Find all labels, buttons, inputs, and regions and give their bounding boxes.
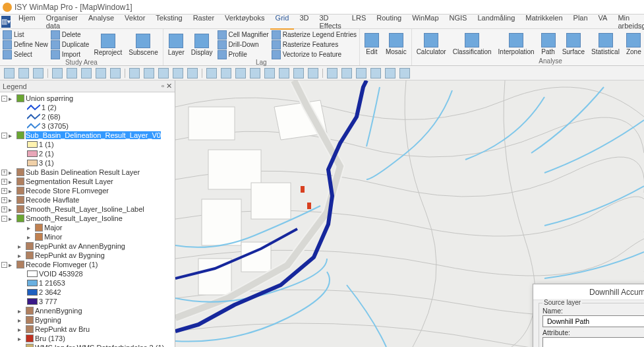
menu-landmåling[interactable]: Landmåling — [472, 14, 520, 30]
legend-item[interactable]: ▸Bygning — [1, 315, 173, 325]
expand-toggle[interactable]: - — [1, 216, 7, 222]
surface-btn[interactable]: Surface — [560, 30, 587, 57]
classification-btn[interactable]: Classification — [451, 30, 494, 57]
tb-icon[interactable] — [206, 68, 217, 79]
tb-icon[interactable] — [158, 68, 169, 79]
vectorize-btn[interactable]: Vectorize to Feature — [272, 50, 357, 59]
interpolation-btn[interactable]: Interpolation — [496, 30, 537, 57]
mosaic-btn[interactable]: Mosaic — [384, 30, 409, 57]
zone-btn[interactable]: Zone — [624, 30, 643, 57]
expand-toggle[interactable]: - — [1, 133, 7, 139]
rasterize-features-btn[interactable]: Rasterize Features — [272, 40, 357, 49]
legend-item[interactable]: 2 (68) — [1, 112, 173, 121]
legend-item[interactable]: 3 (3705) — [1, 121, 173, 131]
menu-organiser-data[interactable]: Organiser data — [41, 14, 83, 30]
map-view[interactable]: Downhill Accumulation ✕ Source layer Nam… — [175, 80, 644, 347]
tb-icon[interactable] — [356, 68, 366, 79]
tb-icon[interactable] — [341, 68, 352, 79]
legend-item[interactable]: ▸Bru (173) — [1, 334, 173, 343]
tb-icon[interactable] — [173, 68, 183, 79]
legend-item[interactable]: -▸Smooth_Result_Layer_Isoline — [1, 214, 173, 223]
menu-lrs[interactable]: LRS — [347, 14, 371, 30]
tb-icon[interactable] — [4, 68, 15, 79]
legend-item[interactable]: 1 (1) — [1, 140, 173, 149]
expand-toggle[interactable]: + — [1, 197, 7, 203]
cell-magnifier-btn[interactable]: Cell Magnifier — [218, 30, 269, 39]
tb-icon[interactable] — [235, 68, 246, 79]
legend-tree[interactable]: -▸Union spørring1 (2)2 (68)3 (3705)-▸Sub… — [0, 92, 175, 347]
path-btn[interactable]: Path — [539, 30, 558, 57]
calculator-btn[interactable]: Calculator — [415, 30, 448, 57]
statistical-btn[interactable]: Statistical — [589, 30, 622, 57]
legend-item[interactable]: 2 3642 — [1, 288, 173, 297]
define-new-btn[interactable]: Define New — [3, 40, 48, 49]
source-attribute-select[interactable] — [542, 337, 644, 347]
menu-routing[interactable]: Routing — [371, 14, 407, 30]
delete-btn[interactable]: Delete — [51, 30, 90, 39]
legend-item[interactable]: 2 (1) — [1, 149, 173, 158]
subscene-btn[interactable]: Subscene — [127, 30, 160, 59]
tb-icon[interactable] — [250, 68, 260, 79]
import-btn[interactable]: Import — [51, 50, 90, 59]
legend-item[interactable]: 1 21653 — [1, 278, 173, 288]
reproject-btn[interactable]: Reproject — [92, 30, 124, 59]
expand-toggle[interactable]: + — [1, 179, 7, 185]
menu-ngis[interactable]: NGIS — [444, 14, 473, 30]
tb-icon[interactable] — [33, 68, 44, 79]
menu-vektor[interactable]: Vektor — [119, 14, 150, 30]
tb-icon[interactable] — [279, 68, 289, 79]
tb-icon[interactable] — [81, 68, 92, 79]
menu-3d[interactable]: 3D — [294, 14, 314, 30]
legend-item[interactable]: +▸Sub Basin Delineation Result Layer — [1, 168, 173, 177]
display-btn[interactable]: Display — [189, 30, 215, 59]
legend-item[interactable]: ▸AnnenBygning — [1, 306, 173, 315]
menu-raster[interactable]: Raster — [188, 14, 220, 30]
tb-icon[interactable] — [399, 68, 410, 79]
legend-item[interactable]: +▸Recode Havflate — [1, 195, 173, 205]
legend-item[interactable]: 3 777 — [1, 297, 173, 306]
rasterize-legend-btn[interactable]: Rasterize Legend Entries — [272, 30, 357, 39]
tb-icon[interactable] — [110, 68, 121, 79]
menu-matrikkelen[interactable]: Matrikkelen — [520, 14, 568, 30]
legend-item[interactable]: ▸Minor — [1, 232, 173, 241]
legend-close-icon[interactable]: ✕ — [166, 82, 172, 90]
select-btn[interactable]: Select — [3, 50, 48, 59]
legend-item[interactable]: +▸Smooth_Result_Layer_Isoline_Label — [1, 205, 173, 214]
tb-icon[interactable] — [67, 68, 77, 79]
menu-teksting[interactable]: Teksting — [150, 14, 187, 30]
legend-item[interactable]: ▸WMS lag for WMS Dataforbindelse 2 (1) — [1, 343, 173, 347]
duplicate-btn[interactable]: Duplicate — [51, 40, 90, 49]
tb-icon[interactable] — [52, 68, 63, 79]
menu-grid[interactable]: Grid — [270, 14, 295, 30]
menu-plan[interactable]: Plan — [568, 14, 593, 30]
legend-item[interactable]: -▸Recode Flomveger (1) — [1, 260, 173, 269]
menu-va[interactable]: VA — [593, 14, 613, 30]
legend-item[interactable]: VOID 453928 — [1, 269, 173, 278]
expand-toggle[interactable]: - — [1, 262, 7, 268]
legend-item[interactable]: +▸Segmentation Result Layer — [1, 177, 173, 186]
legend-item[interactable]: -▸Sub_Basin_Delineation_Result_Layer_V0 — [1, 131, 173, 140]
legend-item[interactable]: ▸Major — [1, 223, 173, 232]
menu-3d-effects[interactable]: 3D Effects — [314, 14, 346, 30]
tb-icon[interactable] — [293, 68, 304, 79]
expand-toggle[interactable]: + — [1, 170, 7, 175]
file-menu[interactable]: ▥▾ — [1, 16, 11, 28]
legend-item[interactable]: ▸RepPunkt av AnnenBygning — [1, 241, 173, 251]
tb-icon[interactable] — [221, 68, 231, 79]
legend-item[interactable]: ▸RepPunkt av Bru — [1, 325, 173, 334]
menu-verktøyboks[interactable]: Verktøyboks — [220, 14, 270, 30]
tb-icon[interactable] — [144, 68, 154, 79]
tb-icon[interactable] — [187, 68, 198, 79]
tb-icon[interactable] — [129, 68, 140, 79]
expand-toggle[interactable]: + — [1, 206, 7, 212]
legend-item[interactable]: ▸RepPunkt av Bygning — [1, 251, 173, 260]
tb-icon[interactable] — [264, 68, 275, 79]
expand-toggle[interactable]: + — [1, 188, 7, 194]
drill-down-btn[interactable]: Drill-Down — [218, 40, 269, 49]
menu-winmap[interactable]: WinMap — [407, 14, 444, 30]
layer-btn[interactable]: Layer — [166, 30, 187, 59]
tb-icon[interactable] — [96, 68, 106, 79]
menu-hjem[interactable]: Hjem — [13, 14, 41, 30]
legend-pin-icon[interactable]: ▫ — [161, 82, 164, 90]
source-name-select[interactable]: Downhill Path — [542, 315, 644, 327]
